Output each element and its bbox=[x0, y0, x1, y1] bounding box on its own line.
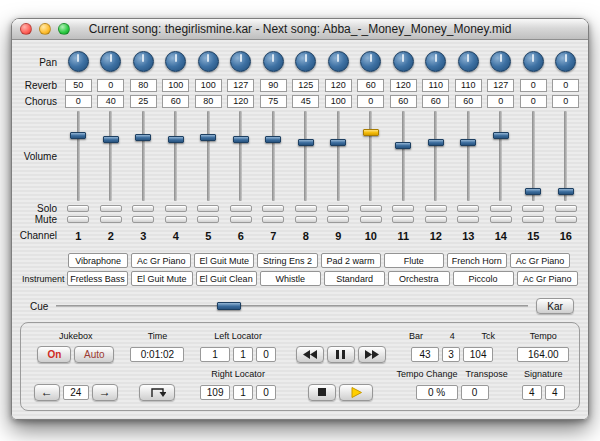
volume-slider[interactable] bbox=[452, 109, 485, 203]
right-locator-beat-field[interactable]: 1 bbox=[233, 385, 253, 400]
reverb-field[interactable]: 0 bbox=[520, 79, 547, 92]
pan-knob[interactable] bbox=[68, 51, 89, 72]
mute-button[interactable] bbox=[67, 216, 89, 223]
volume-slider[interactable] bbox=[485, 109, 518, 203]
solo-button[interactable] bbox=[100, 205, 122, 212]
instrument-box[interactable]: El Guit Mute bbox=[194, 253, 254, 268]
pan-knob[interactable] bbox=[458, 51, 479, 72]
slider-handle[interactable] bbox=[330, 139, 346, 146]
slider-handle[interactable] bbox=[135, 134, 151, 141]
zoom-icon[interactable] bbox=[58, 23, 70, 35]
pan-knob[interactable] bbox=[198, 51, 219, 72]
slider-handle[interactable] bbox=[70, 132, 86, 139]
chorus-field[interactable]: 60 bbox=[162, 95, 189, 108]
chorus-field[interactable]: 0 bbox=[520, 95, 547, 108]
volume-slider[interactable] bbox=[160, 109, 193, 203]
slider-handle[interactable] bbox=[460, 139, 476, 146]
slider-handle[interactable] bbox=[265, 136, 281, 143]
volume-slider[interactable] bbox=[62, 109, 95, 203]
volume-slider[interactable] bbox=[355, 109, 388, 203]
mute-button[interactable] bbox=[555, 216, 577, 223]
instrument-box[interactable]: Ac Gr Piano bbox=[131, 253, 191, 268]
mute-button[interactable] bbox=[132, 216, 154, 223]
slider-handle[interactable] bbox=[103, 136, 119, 143]
minimize-icon[interactable] bbox=[39, 23, 51, 35]
volume-slider[interactable] bbox=[517, 109, 550, 203]
solo-button[interactable] bbox=[522, 205, 544, 212]
mute-button[interactable] bbox=[262, 216, 284, 223]
pan-knob[interactable] bbox=[263, 51, 284, 72]
chorus-field[interactable]: 45 bbox=[292, 95, 319, 108]
solo-button[interactable] bbox=[67, 205, 89, 212]
reverb-field[interactable]: 90 bbox=[260, 79, 287, 92]
instrument-box[interactable]: El Guit Clean bbox=[196, 271, 257, 286]
volume-slider[interactable] bbox=[225, 109, 258, 203]
pan-knob[interactable] bbox=[100, 51, 121, 72]
volume-slider[interactable] bbox=[550, 109, 583, 203]
reverb-field[interactable]: 120 bbox=[390, 79, 417, 92]
instrument-box[interactable]: French Horn bbox=[447, 253, 507, 268]
slider-handle[interactable] bbox=[395, 142, 411, 149]
slider-handle[interactable] bbox=[363, 129, 379, 136]
volume-slider[interactable] bbox=[257, 109, 290, 203]
chorus-field[interactable]: 0 bbox=[487, 95, 514, 108]
reverb-field[interactable]: 100 bbox=[195, 79, 222, 92]
slider-handle[interactable] bbox=[168, 136, 184, 143]
pause-button[interactable] bbox=[327, 346, 355, 363]
instrument-box[interactable]: Standard bbox=[324, 271, 385, 286]
chorus-field[interactable]: 60 bbox=[422, 95, 449, 108]
mute-button[interactable] bbox=[165, 216, 187, 223]
stop-button[interactable] bbox=[308, 384, 336, 401]
instrument-box[interactable]: Ac Gr Piano bbox=[510, 253, 570, 268]
solo-button[interactable] bbox=[360, 205, 382, 212]
slider-handle[interactable] bbox=[233, 136, 249, 143]
volume-slider[interactable] bbox=[322, 109, 355, 203]
solo-button[interactable] bbox=[262, 205, 284, 212]
right-locator-tick-field[interactable]: 0 bbox=[256, 385, 276, 400]
solo-button[interactable] bbox=[295, 205, 317, 212]
reverb-field[interactable]: 127 bbox=[227, 79, 254, 92]
slider-handle[interactable] bbox=[558, 188, 574, 195]
reverb-field[interactable]: 0 bbox=[97, 79, 124, 92]
volume-slider[interactable] bbox=[420, 109, 453, 203]
mute-button[interactable] bbox=[230, 216, 252, 223]
mute-button[interactable] bbox=[327, 216, 349, 223]
pan-knob[interactable] bbox=[328, 51, 349, 72]
slider-handle[interactable] bbox=[493, 132, 509, 139]
instrument-box[interactable]: El Guit Mute bbox=[131, 271, 192, 286]
solo-button[interactable] bbox=[197, 205, 219, 212]
chorus-field[interactable]: 40 bbox=[97, 95, 124, 108]
tempo-field[interactable]: 164.00 bbox=[517, 347, 569, 362]
chorus-field[interactable]: 120 bbox=[227, 95, 254, 108]
left-locator-beat-field[interactable]: 1 bbox=[233, 347, 253, 362]
solo-button[interactable] bbox=[165, 205, 187, 212]
chorus-field[interactable]: 100 bbox=[325, 95, 352, 108]
instrument-box[interactable]: Piccolo bbox=[453, 271, 514, 286]
reverb-field[interactable]: 125 bbox=[292, 79, 319, 92]
jukebox-auto-button[interactable]: Auto bbox=[74, 346, 114, 363]
close-icon[interactable] bbox=[20, 23, 32, 35]
reverb-field[interactable]: 50 bbox=[65, 79, 92, 92]
cue-slider[interactable] bbox=[56, 301, 528, 311]
right-locator-bar-field[interactable]: 109 bbox=[200, 385, 230, 400]
pan-knob[interactable] bbox=[555, 51, 576, 72]
mute-button[interactable] bbox=[490, 216, 512, 223]
pan-knob[interactable] bbox=[360, 51, 381, 72]
slider-handle[interactable] bbox=[200, 134, 216, 141]
signature-numerator-field[interactable]: 4 bbox=[522, 385, 542, 400]
mute-button[interactable] bbox=[197, 216, 219, 223]
slider-handle[interactable] bbox=[298, 139, 314, 146]
chorus-field[interactable]: 0 bbox=[357, 95, 384, 108]
solo-button[interactable] bbox=[490, 205, 512, 212]
chorus-field[interactable]: 0 bbox=[65, 95, 92, 108]
mute-button[interactable] bbox=[392, 216, 414, 223]
pan-knob[interactable] bbox=[165, 51, 186, 72]
pan-knob[interactable] bbox=[133, 51, 154, 72]
tempo-change-field[interactable]: 0 % bbox=[416, 385, 458, 400]
transpose-field[interactable]: 0 bbox=[461, 385, 489, 400]
instrument-box[interactable]: Vibraphone bbox=[68, 253, 128, 268]
solo-button[interactable] bbox=[230, 205, 252, 212]
solo-button[interactable] bbox=[555, 205, 577, 212]
mute-button[interactable] bbox=[522, 216, 544, 223]
left-locator-tick-field[interactable]: 0 bbox=[256, 347, 276, 362]
